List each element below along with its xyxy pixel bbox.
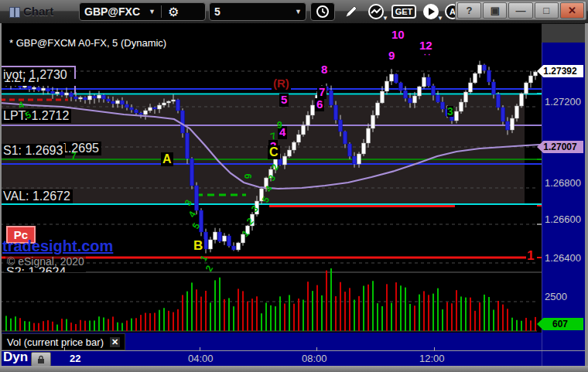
pencil-icon: [344, 4, 359, 19]
subwave-mark: 9: [277, 121, 282, 130]
symbol-value: GBP@FXC: [80, 5, 145, 18]
clock-icon: [316, 5, 330, 19]
red-line-label: 1: [527, 248, 534, 264]
time-tick-label: 12:00: [419, 353, 445, 364]
chevron-down-icon[interactable]: ▼: [145, 8, 159, 15]
dyn-mode-label: Dyn: [3, 350, 28, 365]
window-title: Chart: [23, 5, 53, 18]
minimize-button[interactable]: —: [508, 2, 532, 19]
lpt-level-label: LPT: 1.2712: [1, 109, 71, 123]
axis-tick-label: 1.26800: [545, 177, 581, 189]
chevron-down-icon: ▼: [382, 15, 388, 22]
time-tick-mark: [64, 347, 65, 351]
window-controls: ? ▣ — □ ✕: [455, 1, 586, 20]
last-price-tag: 1.27392: [537, 65, 583, 77]
wave-label: A: [161, 152, 173, 166]
volume-tag: 607: [537, 318, 583, 330]
s1-level-label: S1: 1.2693: [1, 144, 65, 158]
chart-window-icon: [9, 7, 21, 16]
chevron-down-icon[interactable]: ▼: [291, 8, 306, 15]
time-tick-label: 08:00: [302, 353, 327, 364]
tab-close-icon[interactable]: ✕: [110, 337, 120, 347]
subwave-mark: 9: [244, 174, 253, 179]
window-edge-left: [0, 23, 2, 366]
price-axis: 1.272001.268001.266001.2640025000 1.2739…: [542, 23, 585, 366]
axis-tick-label: 1.27200: [545, 96, 581, 108]
lock-button[interactable]: [31, 352, 51, 367]
wave-label: (R): [272, 77, 291, 90]
axis-tick-label: 2500: [545, 291, 567, 302]
maximize-button[interactable]: □: [535, 2, 559, 19]
watermark-link[interactable]: tradesight.com: [2, 237, 113, 255]
interval-value: 5: [210, 5, 225, 18]
chart-window: Chart GBP@FXC ▼ ⚙ 5 ▼: [0, 0, 588, 372]
wave-label: B: [192, 239, 204, 254]
volume-tab-label: Vol (current price bar): [7, 336, 104, 348]
time-tick-mark: [316, 347, 317, 351]
divider: [161, 5, 162, 18]
studies-button[interactable]: ▼: [365, 2, 387, 21]
replay-button[interactable]: ▼: [420, 2, 442, 21]
close-button[interactable]: ✕: [560, 2, 584, 19]
help-button[interactable]: ?: [457, 2, 481, 19]
gear-icon[interactable]: ⚙: [163, 5, 183, 19]
wave-label: · ·: [422, 52, 432, 60]
symbol-dropdown[interactable]: GBP@FXC ▼ ⚙: [79, 2, 206, 21]
wave-label: 10: [390, 29, 406, 42]
lock-icon: [36, 355, 46, 364]
window-edge-bottom: [0, 366, 588, 372]
subwave-mark: 7: [71, 152, 77, 161]
wave-label: 8: [320, 63, 329, 77]
mid-price-tag: 1.27007: [537, 141, 583, 153]
interval-dropdown[interactable]: 5 ▼: [209, 2, 306, 21]
obscured-level-label: 1.2727: [2, 79, 87, 86]
time-interval-button[interactable]: [310, 2, 335, 21]
draw-button[interactable]: [340, 2, 362, 21]
wave-label: 9: [387, 49, 396, 63]
copyright-text: © eSignal, 2020: [5, 255, 86, 268]
symbol-header: * GBP@FXCM A0-FX, 5 (Dynamic): [8, 37, 168, 49]
divider: [0, 350, 585, 351]
get-button[interactable]: GET: [390, 2, 418, 21]
wave-label: 6: [315, 98, 324, 111]
axis-tick-label: 1.26600: [545, 213, 581, 225]
toolbar: Chart GBP@FXC ▼ ⚙ 5 ▼: [0, 0, 588, 24]
wave-label: C: [268, 145, 280, 159]
axis-tick-label: 1.26400: [545, 252, 581, 264]
restore-button[interactable]: ▣: [483, 2, 507, 19]
get-label: GET: [391, 5, 417, 19]
time-tick-label: 04:00: [188, 353, 214, 364]
subwave-mark: 3: [447, 106, 453, 117]
window-edge-right: [585, 23, 588, 366]
val-level-label: VAL: 1.2672: [1, 189, 73, 203]
wave-label: 5: [279, 94, 289, 107]
time-tick-label: 22: [70, 353, 80, 364]
time-tick-mark: [200, 347, 200, 351]
time-tick-mark: [434, 347, 435, 351]
